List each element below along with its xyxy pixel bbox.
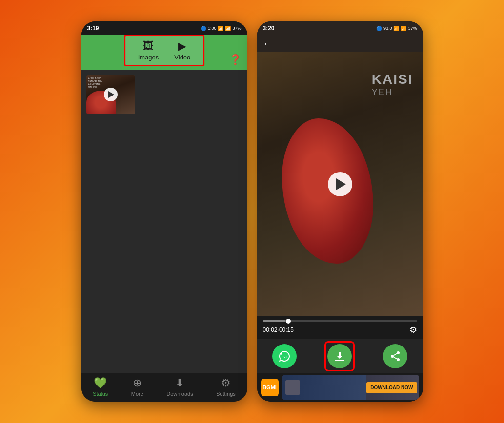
svg-point-2 [397,358,400,361]
status-nav-label: Status [93,391,108,397]
nav-status[interactable]: 💚 Status [93,377,108,397]
share-button[interactable] [383,344,407,368]
download-btn-container [327,344,352,368]
phone2-time: 3:20 [263,25,275,32]
action-row [257,339,423,373]
settings-icon[interactable]: ⚙ [409,325,417,335]
ad-banner[interactable]: BGMI DOWNLOAD NOW [257,373,423,402]
whatsapp-icon [278,350,291,363]
phone1-status-bar: 3:19 🔵 1:00 📶 📶 37% [81,21,247,35]
video-subtitle: YEH [372,87,413,97]
progress-dot[interactable] [286,319,291,324]
images-tab-label: Images [138,54,159,61]
download-icon [333,350,346,363]
play-button-main[interactable] [328,172,352,196]
thumb-text: AISI LAGEY TANVIR TUN ARNIYANA ONLINE [88,77,103,89]
progress-bar-fill [263,320,286,322]
tab-images[interactable]: 🖼 Images [130,38,167,63]
ad-download-btn[interactable]: DOWNLOAD NOW [366,382,417,393]
svg-point-0 [397,351,400,354]
phone1-tabs-highlight: 🖼 Images ▶ Video [124,35,205,66]
ad-preview-image [285,380,300,395]
help-icon[interactable]: ❓ [229,54,242,65]
phone1-content: AISI LAGEY TANVIR TUN ARNIYANA ONLINE [81,70,247,373]
downloads-nav-label: Downloads [166,391,193,397]
nav-downloads[interactable]: ⬇ Downloads [166,377,193,397]
video-tab-label: Video [174,54,190,61]
time-row: 00:02 · 00:15 ⚙ [263,325,417,335]
svg-line-3 [393,357,397,359]
status-nav-icon: 💚 [94,377,107,389]
phone1-bottom-nav: 💚 Status ⊕ More ⬇ Downloads ⚙ Settings [81,373,247,402]
phone1-time: 3:19 [87,25,99,32]
svg-point-1 [391,355,394,358]
whatsapp-button[interactable] [272,344,297,368]
ad-preview-bg [282,375,367,400]
video-text-overlay: KAISI YEH [372,72,413,97]
video-title: KAISI [372,72,413,87]
video-player-area[interactable]: KAISI YEH [257,52,423,316]
phone2-status-bar: 3:20 🔵 93.0 📶 📶 37% [257,21,423,35]
settings-nav-label: Settings [216,391,236,397]
total-time: 00:15 [279,327,294,333]
ad-logo: BGMI [261,379,279,396]
video-tab-icon: ▶ [178,40,186,53]
phone2-top-bar: ← [257,35,423,52]
current-time: 00:02 [263,327,278,333]
download-button[interactable] [327,344,352,368]
progress-bar-track[interactable] [263,320,417,322]
nav-settings[interactable]: ⚙ Settings [216,377,236,397]
progress-area: 00:02 · 00:15 ⚙ [257,316,423,339]
phone1-status-icons: 🔵 1:00 📶 📶 37% [201,26,242,31]
ad-preview: DOWNLOAD NOW [282,375,419,400]
settings-nav-icon: ⚙ [221,377,231,389]
downloads-nav-icon: ⬇ [175,377,184,389]
back-arrow-icon[interactable]: ← [263,38,273,49]
tab-video[interactable]: ▶ Video [166,38,198,63]
phone1-device: 3:19 🔵 1:00 📶 📶 37% 🖼 Images ▶ Video ❓ [81,21,247,402]
phone1-top-bar: 🖼 Images ▶ Video ❓ [81,35,247,70]
nav-more[interactable]: ⊕ More [131,377,143,397]
phone2-device: 3:20 🔵 93.0 📶 📶 37% ← KAISI YEH 00:02 · [257,21,423,402]
images-tab-icon: 🖼 [143,40,154,53]
more-nav-icon: ⊕ [133,377,141,389]
svg-line-4 [393,354,397,356]
more-nav-label: More [131,391,143,397]
video-thumbnail[interactable]: AISI LAGEY TANVIR TUN ARNIYANA ONLINE [86,75,135,114]
phone2-status-icons: 🔵 93.0 📶 📶 37% [376,26,417,31]
play-button-thumb[interactable] [104,88,118,101]
share-icon [389,350,401,362]
